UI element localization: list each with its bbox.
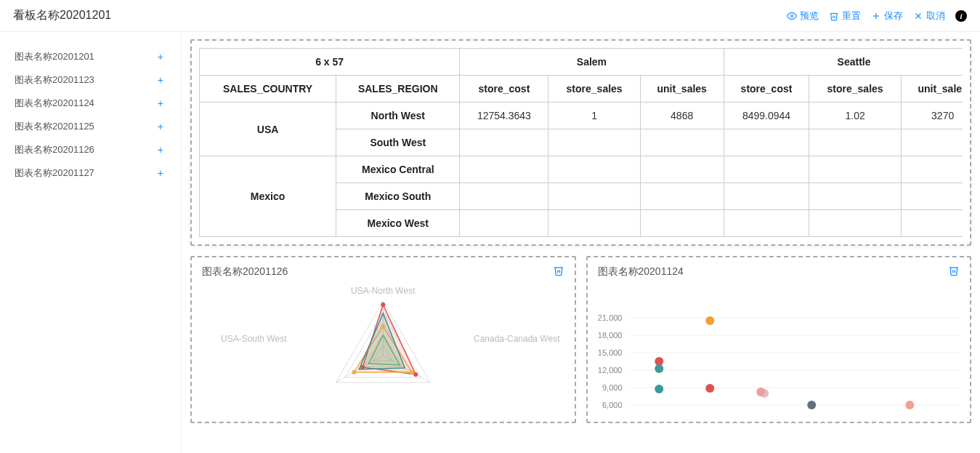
svg-point-20 [381, 324, 385, 329]
col-header: unit_sales [640, 76, 724, 103]
sidebar-item[interactable]: 图表名称20201125+ [0, 115, 181, 138]
col-header: store_sales [809, 76, 901, 103]
sidebar-item[interactable]: 图表名称20201124+ [0, 92, 181, 115]
delete-button[interactable] [948, 265, 960, 278]
col-header: unit_sales [901, 76, 963, 103]
svg-point-32 [705, 316, 714, 325]
radar-chart-body: USA-North West Canada-Canada West USA-So… [192, 283, 575, 414]
city-header: Salem [460, 49, 724, 76]
svg-point-19 [360, 365, 365, 369]
svg-point-35 [760, 389, 769, 398]
header: 看板名称20201201 预览 重置 保存 取消 i [0, 0, 980, 32]
radar-chart-widget[interactable]: 图表名称20201126 USA-North West Canada-Canad… [190, 256, 576, 423]
svg-point-18 [413, 372, 418, 377]
sidebar-item[interactable]: 图表名称20201127+ [0, 161, 181, 185]
add-icon[interactable]: + [158, 167, 163, 179]
sidebar-item-label: 图表名称20201125 [15, 120, 94, 133]
add-icon[interactable]: + [158, 121, 163, 132]
col-header: SALES_REGION [336, 76, 460, 103]
sidebar-item-label: 图表名称20201126 [15, 143, 94, 156]
cell: 3270 [901, 103, 963, 129]
radar-axis-label: Canada-Canada West [474, 334, 560, 344]
cell: 4868 [640, 103, 724, 129]
reset-button[interactable]: 重置 [829, 9, 861, 23]
sidebar-item-label: 图表名称20201123 [15, 73, 94, 87]
region-cell: South West [336, 129, 460, 156]
sidebar-item[interactable]: 图表名称20201201+ [0, 45, 181, 68]
cell: 1.02 [809, 103, 901, 129]
svg-point-0 [790, 15, 793, 17]
pivot-table: 6 x 57 Salem Seattle Tacoma SALES_COUNTR… [199, 48, 963, 237]
region-cell: Mexico South [336, 183, 460, 210]
chart-title: 图表名称20201124 [598, 265, 684, 278]
region-cell: Mexico West [336, 210, 460, 237]
col-header: store_cost [460, 76, 548, 103]
add-icon[interactable]: + [158, 144, 163, 156]
add-icon[interactable]: + [158, 74, 163, 86]
scatter-chart-body: 21,000 18,000 15,000 12,000 9,000 6,000 [588, 283, 971, 414]
y-tick: 6,000 [594, 401, 623, 409]
country-cell: USA [200, 103, 336, 156]
table-scroll[interactable]: 6 x 57 Salem Seattle Tacoma SALES_COUNTR… [199, 48, 963, 237]
close-icon [913, 11, 923, 21]
info-icon[interactable]: i [955, 10, 967, 22]
region-cell: Mexico Central [336, 156, 460, 183]
table-row: Mexico Mexico Central [200, 156, 963, 183]
svg-point-30 [655, 364, 663, 373]
page-title: 看板名称20201201 [13, 8, 111, 23]
col-header: store_sales [548, 76, 640, 103]
col-header: SALES_COUNTRY [200, 76, 336, 103]
add-icon[interactable]: + [158, 97, 163, 109]
svg-point-36 [807, 401, 816, 409]
main-canvas: 6 x 57 Salem Seattle Tacoma SALES_COUNTR… [182, 32, 980, 453]
sidebar-item-label: 图表名称20201127 [15, 167, 94, 180]
svg-point-31 [655, 385, 663, 393]
sidebar-item[interactable]: 图表名称20201126+ [0, 138, 181, 161]
table-row: USA North West 12754.3643 1 4868 8499.09… [200, 103, 963, 129]
radar-axis-label: USA-South West [221, 334, 286, 344]
sidebar: 图表名称20201201+ 图表名称20201123+ 图表名称20201124… [0, 32, 182, 453]
y-tick: 15,000 [594, 348, 623, 357]
cell: 1 [548, 103, 640, 129]
svg-point-33 [705, 384, 714, 393]
y-tick: 12,000 [594, 366, 623, 374]
header-actions: 预览 重置 保存 取消 i [787, 9, 967, 23]
sidebar-item-label: 图表名称20201201 [15, 50, 94, 63]
country-cell: Mexico [200, 156, 336, 237]
preview-button[interactable]: 预览 [787, 9, 819, 23]
trash-icon [829, 11, 839, 21]
trash-icon [948, 265, 960, 276]
region-cell: North West [336, 103, 460, 129]
cancel-button[interactable]: 取消 [913, 9, 945, 23]
sidebar-item-label: 图表名称20201124 [15, 97, 94, 110]
table-widget[interactable]: 6 x 57 Salem Seattle Tacoma SALES_COUNTR… [190, 39, 971, 246]
city-header: Seattle [724, 49, 963, 76]
cell: 12754.3643 [460, 103, 548, 129]
radar-axis-label: USA-North West [351, 286, 415, 296]
add-icon[interactable]: + [158, 51, 163, 63]
chart-title: 图表名称20201126 [202, 265, 288, 278]
delete-button[interactable] [553, 265, 564, 278]
y-tick: 9,000 [594, 383, 623, 392]
svg-point-37 [905, 401, 914, 409]
plus-icon [871, 11, 881, 21]
table-corner: 6 x 57 [200, 49, 460, 76]
cell: 8499.0944 [724, 103, 809, 129]
save-button[interactable]: 保存 [871, 9, 903, 23]
y-tick: 18,000 [594, 331, 623, 340]
trash-icon [553, 265, 564, 276]
sidebar-item[interactable]: 图表名称20201123+ [0, 68, 181, 92]
y-tick: 21,000 [594, 313, 623, 322]
svg-point-22 [352, 370, 356, 374]
col-header: store_cost [724, 76, 809, 103]
eye-icon [787, 11, 797, 21]
svg-point-17 [381, 302, 385, 307]
scatter-chart-widget[interactable]: 图表名称20201124 21,000 18,000 15,000 12,000… [586, 256, 972, 423]
svg-point-21 [410, 370, 414, 374]
